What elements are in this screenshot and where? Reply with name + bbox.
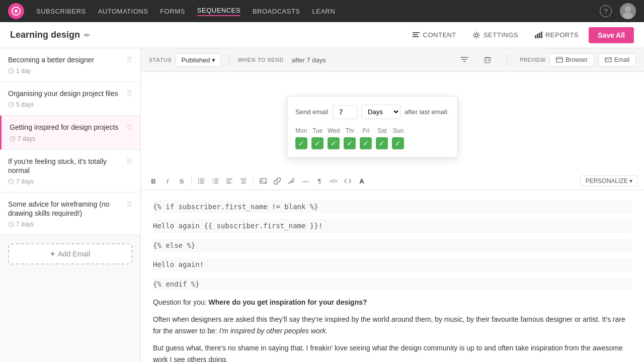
align-left-button[interactable] xyxy=(223,174,236,188)
fmt-sep-1 xyxy=(191,176,192,186)
days-input[interactable] xyxy=(332,105,357,119)
question-bold: Where do you get inspiration for your de… xyxy=(209,298,367,306)
add-email-button[interactable]: + Add Email xyxy=(8,243,132,264)
email-body[interactable]: {% if subscriber.first_name != blank %} … xyxy=(141,190,644,362)
settings-button[interactable]: SETTINGS xyxy=(466,28,524,42)
svg-rect-4 xyxy=(413,32,420,33)
sidebar-item-title-1: Organising your design project files xyxy=(8,89,126,98)
drag-handle-4[interactable]: ⠿ xyxy=(126,200,132,209)
email-editor: STATUS Published ▾ WHEN TO SEND after 7 … xyxy=(141,48,644,362)
svg-rect-5 xyxy=(413,34,418,35)
svg-rect-19 xyxy=(556,57,562,62)
ordered-list-button[interactable]: 123 xyxy=(209,174,222,188)
italic-button[interactable]: I xyxy=(161,174,174,188)
image-button[interactable] xyxy=(257,174,270,188)
align-left-icon xyxy=(226,177,233,185)
para-0: Often when designers are asked this they… xyxy=(153,314,632,336)
help-icon[interactable]: ? xyxy=(600,5,612,17)
reports-button[interactable]: REPORTS xyxy=(528,28,585,42)
unlink-button[interactable] xyxy=(285,174,298,188)
day-sun-check[interactable]: ✓ xyxy=(392,137,404,149)
days-unit-select[interactable]: Days Hours Weeks xyxy=(361,105,400,119)
nav-subscribers[interactable]: SUBSCRIBERS xyxy=(36,8,86,15)
day-sat[interactable]: Sat ✓ xyxy=(376,127,388,149)
day-tue[interactable]: Tue ✓ xyxy=(311,127,324,149)
unlink-icon xyxy=(288,177,295,185)
code-line-0: {% if subscriber.first_name != blank %} xyxy=(153,200,632,213)
main-layout: Becoming a better designer 1 day ⠿ Organ… xyxy=(0,48,644,362)
day-wed-check[interactable]: ✓ xyxy=(328,137,340,149)
text-color-button[interactable]: A xyxy=(355,174,368,188)
drag-handle-3[interactable]: ⠿ xyxy=(126,157,132,166)
clock-icon-2 xyxy=(10,136,16,142)
svg-point-25 xyxy=(198,178,199,179)
sidebar-item-title-2: Getting inspired for design projects xyxy=(10,123,126,132)
browser-preview-button[interactable]: Browser xyxy=(549,53,594,66)
sidebar-item-3[interactable]: If you're feeling stuck, it's totally no… xyxy=(0,150,140,193)
sidebar-item-title-0: Becoming a better designer xyxy=(8,55,126,64)
svg-point-3 xyxy=(623,13,633,19)
when-value[interactable]: after 7 days xyxy=(292,56,326,64)
drag-handle-1[interactable]: ⠿ xyxy=(126,89,132,99)
status-dropdown[interactable]: Published ▾ xyxy=(176,53,221,67)
svg-point-26 xyxy=(198,180,199,182)
app-logo[interactable] xyxy=(8,3,24,19)
nav-broadcasts[interactable]: BROADCASTS xyxy=(253,8,300,15)
embed-button[interactable] xyxy=(341,174,354,188)
drag-handle-0[interactable]: ⠿ xyxy=(126,55,132,65)
svg-rect-8 xyxy=(535,35,536,38)
email-preview-button[interactable]: Email xyxy=(598,53,636,66)
sidebar-item-meta-4: 7 days xyxy=(16,221,34,228)
horizontal-rule-button[interactable]: — xyxy=(299,174,312,188)
day-mon[interactable]: Mon ✓ xyxy=(295,127,307,149)
nav-automations[interactable]: AUTOMATIONS xyxy=(98,8,148,15)
align-center-button[interactable] xyxy=(237,174,250,188)
sidebar-item-1[interactable]: Organising your design project files 5 d… xyxy=(0,82,140,116)
sidebar-item-4[interactable]: Some advice for wireframing (no drawing … xyxy=(0,193,140,235)
page-title-text: Learning design xyxy=(10,30,80,40)
paragraph-button[interactable]: ¶ xyxy=(313,174,326,188)
header-actions: CONTENT SETTINGS REPORTS Save All xyxy=(406,27,634,43)
day-fri[interactable]: Fri ✓ xyxy=(360,127,372,149)
page-header: Learning design ✏ CONTENT SETTINGS REPOR… xyxy=(0,22,644,48)
clock-icon-1 xyxy=(8,102,14,108)
embed-icon xyxy=(344,177,351,185)
code-button[interactable]: </> xyxy=(327,174,340,188)
day-sun[interactable]: Sun ✓ xyxy=(392,127,404,149)
drag-handle-2[interactable]: ⠿ xyxy=(126,123,132,132)
filter-icon-button[interactable] xyxy=(457,52,472,67)
unordered-list-button[interactable] xyxy=(195,174,208,188)
day-sat-check[interactable]: ✓ xyxy=(376,137,388,149)
day-tue-check[interactable]: ✓ xyxy=(311,137,324,149)
when-label: WHEN TO SEND xyxy=(237,57,283,63)
nav-learn[interactable]: LEARN xyxy=(312,8,336,15)
day-thr-check[interactable]: ✓ xyxy=(344,137,356,149)
sidebar-item-meta-3: 7 days xyxy=(16,178,34,185)
content-icon xyxy=(412,31,420,39)
delete-icon-button[interactable] xyxy=(480,52,495,67)
nav-sequences[interactable]: SEQUENCES xyxy=(197,7,240,16)
nav-forms[interactable]: FORMS xyxy=(160,8,185,15)
clock-icon xyxy=(8,68,14,74)
day-thr[interactable]: Thr ✓ xyxy=(344,127,356,149)
day-wed[interactable]: Wed ✓ xyxy=(328,127,340,149)
day-fri-check[interactable]: ✓ xyxy=(360,137,372,149)
sidebar-item-meta-1: 5 days xyxy=(16,101,34,108)
content-button[interactable]: CONTENT xyxy=(406,28,462,42)
personalize-button[interactable]: PERSONALIZE ▾ xyxy=(580,175,638,187)
link-button[interactable] xyxy=(271,174,284,188)
sidebar-item-0[interactable]: Becoming a better designer 1 day ⠿ xyxy=(0,48,140,82)
strikethrough-button[interactable]: S xyxy=(175,174,188,188)
edit-title-icon[interactable]: ✏ xyxy=(84,31,90,39)
sidebar-item-2[interactable]: Getting inspired for design projects 7 d… xyxy=(0,116,140,149)
days-of-week-grid: Mon ✓ Tue ✓ Wed ✓ Thr ✓ Fri ✓ xyxy=(295,127,449,149)
avatar[interactable] xyxy=(620,3,636,19)
plus-icon: + xyxy=(50,249,55,258)
bold-button[interactable]: B xyxy=(147,174,160,188)
save-all-button[interactable]: Save All xyxy=(589,27,634,43)
sidebar-item-meta-0: 1 day xyxy=(16,67,31,74)
svg-rect-9 xyxy=(537,34,538,38)
chevron-down-icon: ▾ xyxy=(212,56,215,64)
day-mon-check[interactable]: ✓ xyxy=(295,137,307,149)
separator xyxy=(229,54,229,66)
